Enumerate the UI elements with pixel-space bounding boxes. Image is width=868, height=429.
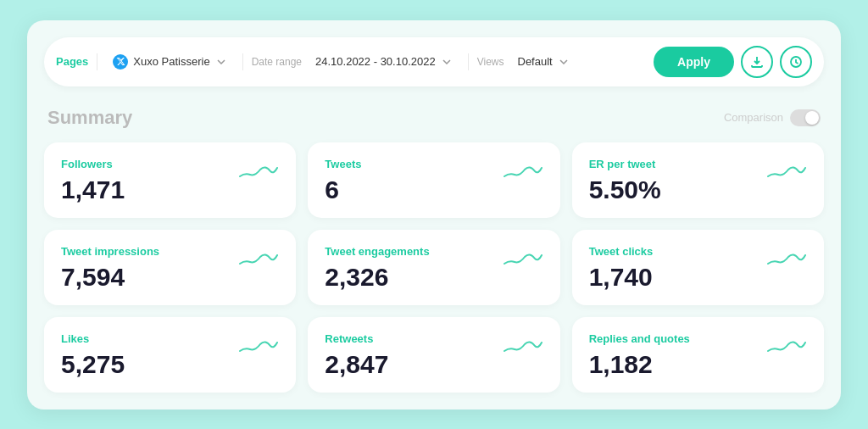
sparkline-icon (503, 248, 543, 273)
views-value: Default (518, 55, 553, 68)
metric-value: 7,594 (61, 265, 159, 290)
toolbar: Pages Xuxo Patisserie Date range 24.10.2… (44, 37, 824, 86)
metric-content: Tweets 6 (325, 158, 361, 203)
sparkline-icon (766, 248, 807, 273)
metric-card: Tweet clicks 1,740 (572, 230, 824, 305)
summary-title: Summary (47, 107, 132, 129)
divider-2 (242, 53, 243, 70)
metric-content: Followers 1,471 (61, 158, 125, 203)
metric-value: 1,471 (61, 177, 125, 203)
metric-label: Likes (61, 332, 125, 345)
metric-content: Tweet engagements 2,326 (325, 245, 429, 290)
account-selector[interactable]: Xuxo Patisserie (106, 51, 233, 73)
metric-card: Tweet engagements 2,326 (308, 230, 559, 305)
date-range-selector[interactable]: 24.10.2022 - 30.10.2022 (309, 52, 459, 71)
metric-content: Retweets 2,847 (325, 332, 388, 377)
divider-1 (97, 53, 97, 70)
account-chevron-icon (215, 56, 227, 68)
metric-value: 5.50% (589, 177, 661, 203)
sparkline-icon (238, 161, 279, 186)
metric-label: Tweet engagements (325, 245, 429, 258)
metric-content: Likes 5,275 (61, 332, 125, 377)
metric-value: 5,275 (61, 352, 125, 377)
download-button[interactable] (741, 46, 773, 78)
metrics-grid: Followers 1,471 Tweets 6 ER per tweet 5.… (44, 142, 824, 393)
sparkline-icon (503, 161, 543, 186)
metric-label: Replies and quotes (589, 332, 690, 345)
date-range-value: 24.10.2022 - 30.10.2022 (315, 55, 436, 68)
metric-label: Tweet clicks (589, 245, 654, 258)
metric-value: 1,182 (589, 352, 690, 377)
metric-content: Replies and quotes 1,182 (589, 332, 690, 377)
toggle-knob (805, 111, 819, 125)
twitter-icon (113, 54, 128, 70)
sparkline-icon (238, 336, 279, 360)
metric-content: Tweet impressions 7,594 (61, 245, 159, 290)
account-name: Xuxo Patisserie (133, 55, 209, 68)
metric-card: Retweets 2,847 (308, 317, 559, 393)
history-button[interactable] (780, 46, 812, 78)
metric-value: 2,326 (325, 265, 429, 290)
metric-card: Tweet impressions 7,594 (44, 230, 296, 305)
metric-label: Tweet impressions (61, 245, 159, 258)
sparkline-icon (766, 161, 807, 186)
apply-button[interactable]: Apply (654, 47, 734, 77)
pages-label: Pages (56, 55, 88, 68)
metric-content: Tweet clicks 1,740 (589, 245, 654, 290)
sparkline-icon (766, 336, 807, 360)
metric-card: Likes 5,275 (44, 317, 296, 393)
views-label: Views (477, 56, 504, 68)
metric-card: Tweets 6 (308, 142, 559, 218)
views-selector[interactable]: Default (511, 52, 576, 71)
metric-card: ER per tweet 5.50% (572, 142, 824, 218)
divider-3 (468, 53, 469, 70)
comparison-label: Comparison (724, 111, 783, 124)
comparison-area: Comparison (724, 109, 821, 126)
metric-value: 6 (325, 177, 361, 203)
sparkline-icon (503, 336, 543, 360)
metric-label: ER per tweet (589, 158, 661, 170)
metric-label: Tweets (325, 158, 361, 170)
metric-label: Followers (61, 158, 125, 170)
metric-card: Replies and quotes 1,182 (572, 317, 824, 393)
metric-content: ER per tweet 5.50% (589, 158, 661, 203)
metric-card: Followers 1,471 (44, 142, 296, 218)
sparkline-icon (238, 248, 279, 273)
date-range-label: Date range (252, 56, 302, 68)
comparison-toggle[interactable] (790, 109, 821, 126)
date-chevron-icon (441, 56, 453, 68)
views-chevron-icon (558, 56, 570, 68)
main-card: Pages Xuxo Patisserie Date range 24.10.2… (27, 20, 841, 410)
metric-value: 2,847 (325, 352, 388, 377)
metric-value: 1,740 (589, 265, 654, 290)
summary-header: Summary Comparison (44, 107, 824, 129)
metric-label: Retweets (325, 332, 388, 345)
